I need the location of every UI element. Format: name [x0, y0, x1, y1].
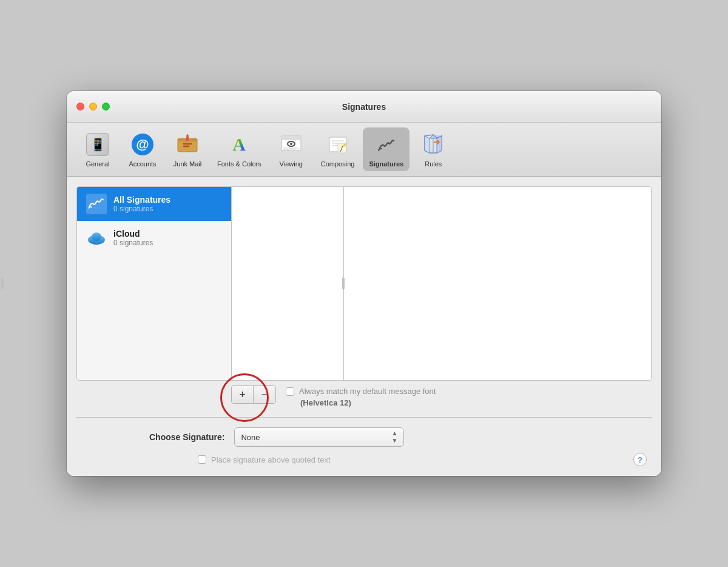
toolbar-item-accounts[interactable]: @ Accounts	[121, 127, 164, 171]
account-item-all-signatures[interactable]: All Signatures 0 signatures	[77, 187, 231, 221]
close-button[interactable]	[76, 103, 84, 110]
toolbar-item-rules[interactable]: Rules	[412, 127, 454, 171]
toolbar-label-composing: Composing	[321, 160, 355, 168]
sig-select-arrow: ▲ ▼	[392, 430, 398, 444]
all-signatures-name: All Signatures	[113, 195, 170, 205]
minimize-button[interactable]	[89, 103, 97, 110]
toolbar-label-signatures: Signatures	[369, 160, 403, 168]
toolbar: 📱 General @ Accounts	[67, 123, 661, 177]
rules-icon	[420, 131, 447, 158]
icloud-name: iCloud	[113, 229, 153, 239]
junk-mail-icon	[174, 131, 201, 158]
toolbar-label-accounts: Accounts	[129, 160, 156, 168]
choose-signature-section: Choose Signature: None ▲ ▼	[76, 417, 652, 447]
svg-rect-10	[281, 136, 301, 140]
signatures-icon	[373, 131, 400, 158]
svg-rect-6	[186, 136, 189, 141]
traffic-lights	[76, 103, 110, 110]
toolbar-label-rules: Rules	[425, 160, 442, 168]
maximize-button[interactable]	[102, 103, 110, 110]
help-button[interactable]: ?	[633, 453, 647, 466]
toolbar-item-junk-mail[interactable]: Junk Mail	[166, 127, 209, 171]
svg-point-26	[92, 233, 101, 241]
font-match-label: Always match my default message font	[299, 387, 436, 396]
remove-signature-button[interactable]: −	[254, 386, 275, 403]
toolbar-item-fonts-colors[interactable]: A Fonts & Colors	[211, 127, 268, 171]
svg-text:A: A	[233, 134, 246, 154]
titlebar: Signatures	[67, 91, 661, 123]
all-signatures-icon	[86, 193, 107, 215]
composing-icon	[325, 131, 351, 158]
font-match-checkbox[interactable]	[286, 387, 294, 396]
place-signature-checkbox[interactable]	[198, 455, 206, 464]
fonts-colors-icon: A	[226, 131, 252, 158]
sig-select-value: None	[241, 433, 260, 442]
window-title: Signatures	[342, 102, 386, 112]
toolbar-item-signatures[interactable]: Signatures	[363, 127, 410, 171]
panel-signatures	[232, 187, 344, 380]
toolbar-label-viewing: Viewing	[280, 160, 303, 168]
svg-rect-22	[86, 194, 107, 214]
toolbar-label-junk-mail: Junk Mail	[174, 160, 201, 168]
place-signature-label: Place signature above quoted text	[211, 455, 331, 464]
svg-marker-7	[186, 134, 189, 136]
panel-accounts: All Signatures 0 signatures	[77, 187, 232, 380]
font-match-row: Always match my default message font	[286, 387, 436, 396]
general-icon: 📱	[84, 131, 111, 158]
icloud-count: 0 signatures	[113, 239, 153, 247]
all-signatures-count: 0 signatures	[113, 205, 170, 213]
svg-point-12	[290, 143, 292, 145]
icloud-text: iCloud 0 signatures	[113, 229, 153, 247]
toolbar-item-viewing[interactable]: Viewing	[270, 127, 312, 171]
panel-preview	[344, 187, 651, 380]
all-signatures-text: All Signatures 0 signatures	[113, 195, 170, 213]
panels-row: All Signatures 0 signatures	[76, 186, 652, 381]
account-item-icloud[interactable]: iCloud 0 signatures	[77, 221, 231, 255]
toolbar-label-fonts-colors: Fonts & Colors	[217, 160, 261, 168]
choose-signature-select[interactable]: None ▲ ▼	[234, 427, 404, 447]
toolbar-item-composing[interactable]: Composing	[315, 127, 361, 171]
font-name: (Helvetica 12)	[300, 398, 436, 407]
choose-signature-label: Choose Signature:	[149, 432, 224, 442]
add-remove-buttons: + −	[231, 385, 276, 404]
main-content: All Signatures 0 signatures	[67, 177, 661, 476]
toolbar-label-general: General	[86, 160, 109, 168]
add-signature-button[interactable]: +	[232, 386, 254, 403]
main-window: Signatures 📱 General @ Accounts	[67, 91, 661, 476]
svg-text:@: @	[136, 137, 149, 152]
accounts-icon: @	[129, 131, 156, 158]
icloud-icon	[86, 227, 107, 249]
toolbar-item-general[interactable]: 📱 General	[76, 127, 119, 171]
resize-handle-left[interactable]	[341, 277, 346, 290]
viewing-icon	[278, 131, 305, 158]
